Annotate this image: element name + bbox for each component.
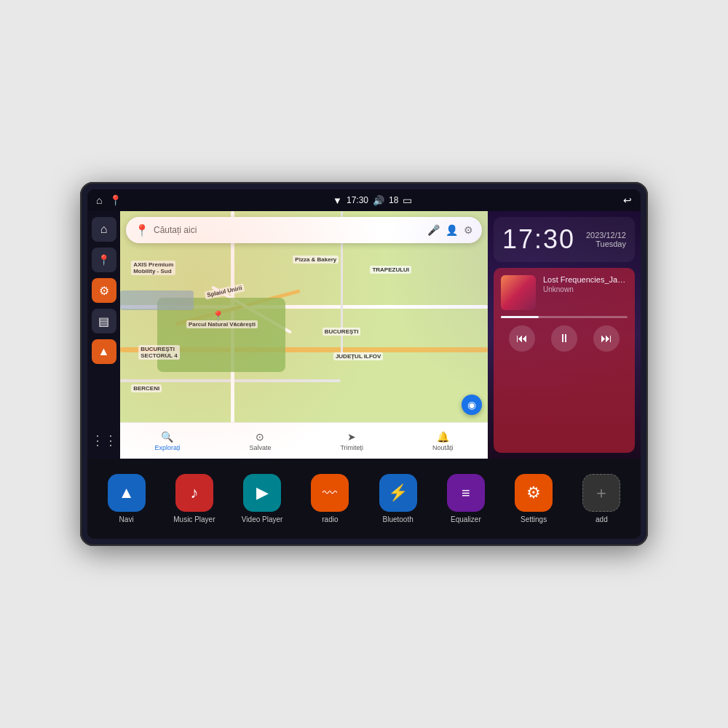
clock-widget: 17:30 2023/12/12 Tuesday [494, 217, 635, 262]
map-label-ilfov: JUDEȚUL ILFOV [333, 352, 384, 360]
pause-btn[interactable]: ⏸ [551, 325, 577, 352]
add-app-label: add [596, 515, 608, 523]
maps-search-icons: 🎤 👤 ⚙ [427, 224, 473, 236]
map-label-berceni: BERCENI [131, 384, 162, 392]
radio-label: radio [322, 515, 338, 523]
next-icon: ⏭ [601, 332, 612, 345]
music-progress-bar[interactable] [501, 316, 628, 318]
news-icon: 🔔 [437, 431, 449, 443]
equalizer-icon: ≡ [447, 474, 485, 512]
clock-time: 17:30 [502, 224, 575, 255]
map-background: AXIS PremiumMobility - Sud Parcul Natura… [120, 211, 488, 459]
home-icon: ⌂ [100, 223, 108, 236]
main-content: ⌂ 📍 ⚙ ▤ ▲ ⋮⋮ [87, 211, 641, 459]
map-container: AXIS PremiumMobility - Sud Parcul Natura… [120, 211, 488, 459]
send-icon: ➤ [347, 431, 356, 443]
bluetooth-icon: ⚡ [379, 474, 417, 512]
status-left: ⌂ 📍 [96, 194, 122, 206]
maps-explore-btn[interactable]: 🔍 Explorați [154, 431, 180, 451]
sidebar-home-btn[interactable]: ⌂ [92, 217, 116, 242]
sidebar-apps-btn[interactable]: ⋮⋮ [92, 428, 116, 453]
app-item-settings[interactable]: ⚙ Settings [512, 474, 555, 523]
music-widget: Lost Frequencies_Janie... Unknown ⏮ ⏸ [494, 268, 635, 453]
next-track-btn[interactable]: ⏭ [593, 325, 620, 352]
sidebar-settings-btn[interactable]: ⚙ [92, 278, 116, 303]
sidebar-nav-btn[interactable]: ▲ [92, 339, 116, 364]
settings-app-icon: ⚙ [515, 474, 553, 512]
equalizer-label: Equalizer [451, 515, 481, 523]
send-label: Trimiteți [340, 444, 363, 451]
map-pin-merlin: 📍 [212, 310, 224, 322]
clock-date: 2023/12/12 Tuesday [586, 231, 626, 248]
map-label-trap: TRAPEZULUI [370, 266, 411, 274]
map-label-sect4: BUCUREȘTISECTORUL 4 [138, 345, 179, 360]
voice-search-icon[interactable]: 🎤 [427, 224, 440, 236]
news-label: Noutăți [432, 444, 454, 451]
app-item-bluetooth[interactable]: ⚡ Bluetooth [376, 474, 420, 523]
status-bar: ⌂ 📍 ▼ 17:30 🔊 18 ▭ ↩ [87, 189, 641, 211]
app-item-navi[interactable]: ▲ Navi [105, 474, 149, 523]
wifi-icon: ▼ [333, 195, 342, 206]
maps-bottom-bar: 🔍 Explorați ⊙ Salvate ➤ Trimiteți 🔔 [120, 422, 488, 459]
volume-icon: 🔊 [373, 195, 384, 206]
map-area[interactable]: AXIS PremiumMobility - Sud Parcul Natura… [120, 211, 488, 459]
battery-icon: ▭ [403, 194, 412, 206]
device: ⌂ 📍 ▼ 17:30 🔊 18 ▭ ↩ ⌂ 📍 [80, 182, 648, 546]
explore-label: Explorați [154, 444, 180, 451]
battery-level: 18 [389, 195, 398, 205]
settings-icon: ⚙ [99, 284, 109, 298]
clock-status: 17:30 [347, 195, 368, 205]
status-right: ↩ [623, 194, 632, 206]
explore-icon: 🔍 [161, 431, 173, 443]
music-progress-fill [501, 316, 539, 318]
settings-maps-icon[interactable]: ⚙ [464, 224, 473, 236]
settings-app-label: Settings [521, 515, 547, 523]
files-icon: ▤ [98, 314, 109, 328]
app-item-music-player[interactable]: ♪ Music Player [173, 474, 216, 523]
music-info: Lost Frequencies_Janie... Unknown [543, 275, 628, 293]
right-panel: 17:30 2023/12/12 Tuesday Lost Frequencie… [488, 211, 641, 459]
screen: ⌂ 📍 ▼ 17:30 🔊 18 ▭ ↩ ⌂ 📍 [87, 189, 641, 539]
map-label-axis: AXIS PremiumMobility - Sud [131, 261, 175, 275]
saved-label: Salvate [249, 444, 271, 451]
app-grid: ▲ Navi ♪ Music Player ▶ Video Player [95, 474, 633, 523]
prev-icon: ⏮ [516, 332, 528, 345]
bluetooth-label: Bluetooth [382, 515, 413, 523]
maps-search-bar[interactable]: 📍 Căutați aici 🎤 👤 ⚙ [126, 217, 482, 243]
back-icon[interactable]: ↩ [623, 194, 632, 206]
maps-send-btn[interactable]: ➤ Trimiteți [340, 431, 363, 451]
app-item-equalizer[interactable]: ≡ Equalizer [444, 474, 488, 523]
account-icon[interactable]: 👤 [446, 224, 458, 236]
map-navigate-fab[interactable]: ◉ [462, 395, 482, 415]
pause-icon: ⏸ [558, 332, 570, 345]
search-placeholder-text: Căutați aici [154, 225, 422, 235]
clock-date-text: 2023/12/12 [586, 231, 626, 240]
saved-icon: ⊙ [256, 431, 264, 443]
maps-saved-btn[interactable]: ⊙ Salvate [249, 431, 271, 451]
music-top: Lost Frequencies_Janie... Unknown [501, 275, 628, 310]
sidebar-maps-btn[interactable]: 📍 [92, 248, 116, 272]
music-title: Lost Frequencies_Janie... [543, 275, 628, 284]
apps-grid-icon: ⋮⋮ [91, 432, 117, 448]
map-label-pizza: Pizza & Bakery [293, 256, 339, 264]
app-item-radio[interactable]: 〰 radio [308, 474, 352, 523]
radio-icon: 〰 [311, 474, 349, 512]
map-status-icon: 📍 [109, 194, 122, 206]
google-maps-logo: 📍 [135, 223, 148, 237]
prev-track-btn[interactable]: ⏮ [509, 325, 535, 352]
add-app-icon: ＋ [582, 474, 620, 512]
app-item-add[interactable]: ＋ add [579, 474, 623, 523]
video-player-icon: ▶ [243, 474, 281, 512]
music-artist: Unknown [543, 285, 628, 293]
navi-icon: ▲ [108, 474, 146, 512]
sidebar-files-btn[interactable]: ▤ [92, 309, 116, 333]
nav-icon: ▲ [98, 345, 110, 358]
maps-news-btn[interactable]: 🔔 Noutăți [432, 431, 454, 451]
album-art [501, 275, 536, 310]
maps-icon: 📍 [98, 254, 110, 266]
music-player-label: Music Player [173, 515, 215, 523]
app-item-video-player[interactable]: ▶ Video Player [240, 474, 284, 523]
album-art-image [501, 275, 536, 310]
clock-day: Tuesday [586, 240, 626, 248]
video-player-label: Video Player [242, 515, 283, 523]
